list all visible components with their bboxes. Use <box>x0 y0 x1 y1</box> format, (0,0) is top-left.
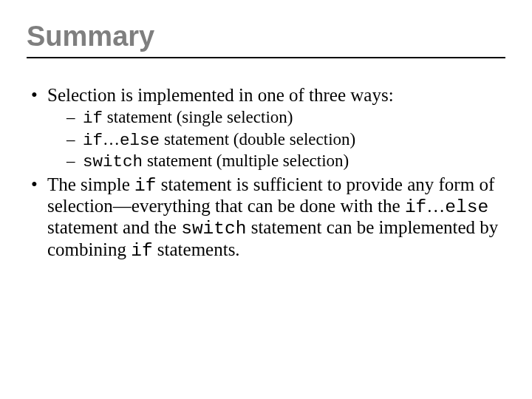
title-underline <box>27 57 505 58</box>
bullet-2: The simple if statement is sufficient to… <box>27 174 505 262</box>
sub-bullet-list: if statement (single selection) if…else … <box>47 107 505 173</box>
sub-bullet-2-tail: statement (double selection) <box>160 130 355 149</box>
ellipsis: … <box>103 130 120 149</box>
bullet-1: Selection is implemented in one of three… <box>27 85 505 173</box>
code-if: if <box>131 241 152 261</box>
slide-body: Selection is implemented in one of three… <box>27 85 505 261</box>
code-if: if <box>405 197 426 217</box>
sub-bullet-3: switch statement (multiple selection) <box>66 151 505 173</box>
code-else: else <box>120 131 160 150</box>
slide-title: Summary <box>27 21 505 52</box>
ellipsis: … <box>426 196 445 216</box>
slide: Summary Selection is implemented in one … <box>0 0 532 399</box>
bullet-2-t6: statements. <box>153 239 240 259</box>
sub-bullet-1-tail: statement (single selection) <box>103 108 293 126</box>
sub-bullet-3-tail: statement (multiple selection) <box>143 151 349 170</box>
bullet-2-t4: statement and the <box>47 217 181 237</box>
code-switch: switch <box>83 152 143 171</box>
sub-bullet-2: if…else statement (double selection) <box>66 129 505 151</box>
bullet-2-t1: The simple <box>47 174 134 194</box>
bullet-list: Selection is implemented in one of three… <box>27 85 505 261</box>
code-switch: switch <box>181 219 246 239</box>
code-if: if <box>83 131 103 150</box>
code-if: if <box>83 109 103 128</box>
bullet-1-text: Selection is implemented in one of three… <box>47 85 394 105</box>
code-else: else <box>445 197 488 217</box>
code-if: if <box>134 176 156 196</box>
sub-bullet-1: if statement (single selection) <box>66 107 505 129</box>
